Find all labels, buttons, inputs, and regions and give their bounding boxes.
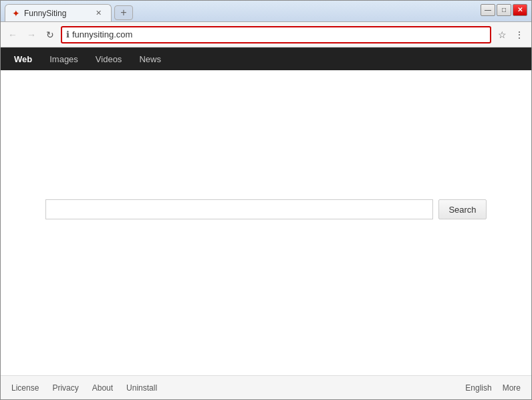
new-tab-button[interactable]: + [114, 5, 133, 20]
forward-button[interactable]: → [23, 27, 39, 43]
tab-favicon: ✦ [12, 8, 20, 19]
window-controls: — □ ✕ [481, 4, 527, 19]
address-bar-container: ℹ [61, 26, 491, 43]
maximize-button[interactable]: □ [497, 4, 511, 16]
address-info-icon: ℹ [66, 29, 70, 39]
tab-area: ✦ FunnySiting ✕ + [5, 1, 481, 21]
back-button[interactable]: ← [5, 27, 21, 43]
search-nav-bar: Web Images Videos News [1, 47, 531, 70]
nav-item-news[interactable]: News [132, 50, 168, 68]
address-input[interactable] [72, 29, 486, 39]
title-bar: ✦ FunnySiting ✕ + — □ ✕ [1, 1, 531, 22]
footer-right: English More [465, 383, 521, 393]
footer-link-license[interactable]: License [11, 383, 39, 393]
nav-item-videos[interactable]: Videos [89, 50, 129, 68]
search-input[interactable] [45, 199, 433, 219]
tab-close-button[interactable]: ✕ [93, 7, 104, 19]
main-content: Search [1, 70, 531, 375]
search-button[interactable]: Search [438, 199, 486, 219]
search-section: Search [45, 199, 486, 219]
minimize-button[interactable]: — [481, 4, 495, 16]
footer-link-about[interactable]: About [92, 383, 113, 393]
browser-tab[interactable]: ✦ FunnySiting ✕ [5, 4, 112, 21]
footer-language[interactable]: English [465, 383, 491, 393]
nav-right-controls: ☆ ⋮ [494, 27, 527, 43]
tab-title: FunnySiting [24, 9, 66, 18]
close-button[interactable]: ✕ [513, 4, 527, 16]
footer-link-uninstall[interactable]: Uninstall [126, 383, 157, 393]
footer-link-privacy[interactable]: Privacy [52, 383, 78, 393]
browser-window: ✦ FunnySiting ✕ + — □ ✕ ← → ↻ ℹ ☆ ⋮ Web … [0, 0, 532, 400]
bookmark-button[interactable]: ☆ [494, 27, 510, 43]
menu-button[interactable]: ⋮ [511, 27, 527, 43]
navigation-bar: ← → ↻ ℹ ☆ ⋮ [1, 22, 531, 47]
nav-item-web[interactable]: Web [7, 50, 39, 68]
footer: License Privacy About Uninstall English … [1, 375, 531, 399]
reload-button[interactable]: ↻ [42, 27, 58, 43]
footer-more[interactable]: More [503, 383, 521, 393]
nav-item-images[interactable]: Images [43, 50, 85, 68]
